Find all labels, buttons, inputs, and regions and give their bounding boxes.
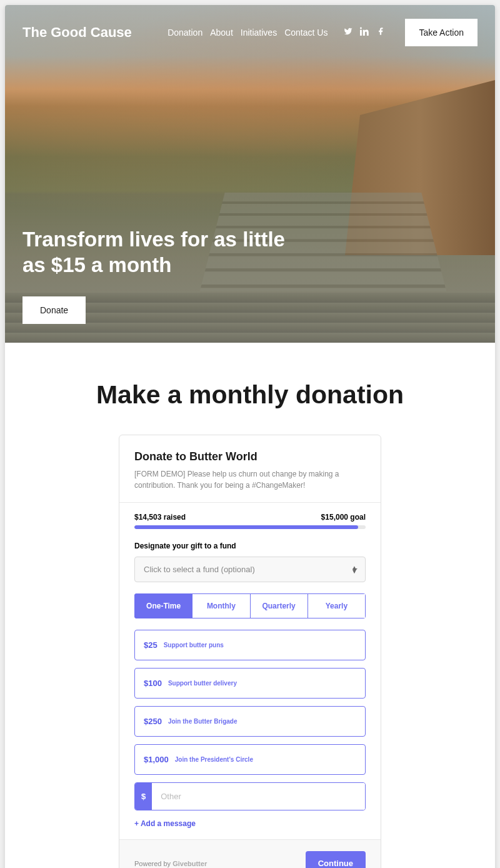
donation-card: Donate to Butter World [FORM DEMO] Pleas… xyxy=(119,435,381,868)
hero-section: The Good Cause Donation About Initiative… xyxy=(5,5,495,343)
powered-prefix: Powered by xyxy=(134,860,172,867)
page: The Good Cause Donation About Initiative… xyxy=(5,5,495,868)
amount-value: $100 xyxy=(144,679,162,688)
amount-value: $250 xyxy=(144,717,162,726)
freq-tab-quarterly[interactable]: Quarterly xyxy=(251,593,308,618)
amount-option-1000[interactable]: $1,000 Join the President's Circle xyxy=(134,744,366,775)
nav-links: Donation About Initiatives Contact Us Ta… xyxy=(168,19,478,46)
powered-by: Powered by Givebutter xyxy=(134,860,207,867)
powered-brand: Givebutter xyxy=(172,860,207,867)
freq-tab-yearly[interactable]: Yearly xyxy=(308,593,366,618)
amount-value: $1,000 xyxy=(144,755,169,764)
hero-content: Transform lives for as little as $15 a m… xyxy=(22,226,285,325)
facebook-icon[interactable] xyxy=(376,27,385,38)
fund-section: Designate your gift to a fund Click to s… xyxy=(119,529,381,582)
section-title: Make a monthly donation xyxy=(18,380,482,410)
linkedin-icon[interactable] xyxy=(360,27,369,38)
freq-tab-monthly[interactable]: Monthly xyxy=(192,593,250,618)
card-title: Donate to Butter World xyxy=(134,450,366,463)
navbar: The Good Cause Donation About Initiative… xyxy=(5,5,495,60)
amount-option-other[interactable]: $ xyxy=(134,782,366,810)
card-footer: Powered by Givebutter Continue xyxy=(119,839,381,868)
amount-label: Support butter delivery xyxy=(168,680,237,687)
amount-label: Join the Butter Brigade xyxy=(168,718,238,725)
social-icons xyxy=(344,27,385,38)
amount-option-250[interactable]: $250 Join the Butter Brigade xyxy=(134,706,366,737)
card-header: Donate to Butter World [FORM DEMO] Pleas… xyxy=(119,435,381,502)
nav-link-initiatives[interactable]: Initiatives xyxy=(241,28,277,38)
progress-labels: $14,503 raised $15,000 goal xyxy=(134,513,366,522)
nav-link-contact[interactable]: Contact Us xyxy=(284,28,328,38)
goal-amount: $15,000 goal xyxy=(321,513,366,522)
frequency-tabs: One-Time Monthly Quarterly Yearly xyxy=(134,593,366,618)
other-amount-input[interactable] xyxy=(152,783,365,810)
add-message-link[interactable]: + Add a message xyxy=(134,819,366,839)
amount-option-100[interactable]: $100 Support butter delivery xyxy=(134,668,366,699)
nav-link-donation[interactable]: Donation xyxy=(168,28,202,38)
amount-value: $25 xyxy=(144,640,158,650)
amount-options: $25 Support butter puns $100 Support but… xyxy=(119,618,381,839)
dollar-sign-icon: $ xyxy=(135,783,152,810)
hero-title: Transform lives for as little as $15 a m… xyxy=(22,226,285,278)
fund-select-placeholder: Click to select a fund (optional) xyxy=(144,565,255,574)
progress-section: $14,503 raised $15,000 goal xyxy=(119,502,381,529)
donation-section: Make a monthly donation Donate to Butter… xyxy=(5,343,495,868)
amount-option-25[interactable]: $25 Support butter puns xyxy=(134,630,366,660)
fund-label: Designate your gift to a fund xyxy=(134,542,366,550)
twitter-icon[interactable] xyxy=(344,27,352,38)
fund-select[interactable]: Click to select a fund (optional) ▲▼ xyxy=(134,557,366,582)
donate-button[interactable]: Donate xyxy=(22,296,86,324)
nav-link-about[interactable]: About xyxy=(210,28,233,38)
freq-tab-onetime[interactable]: One-Time xyxy=(134,593,192,618)
amount-label: Join the President's Circle xyxy=(175,756,253,763)
continue-button[interactable]: Continue xyxy=(306,851,366,868)
take-action-button[interactable]: Take Action xyxy=(405,19,478,46)
site-logo[interactable]: The Good Cause xyxy=(22,24,168,41)
raised-amount: $14,503 raised xyxy=(134,513,186,522)
amount-label: Support butter puns xyxy=(164,642,224,648)
card-description: [FORM DEMO] Please help us churn out cha… xyxy=(134,468,366,491)
select-arrows-icon: ▲▼ xyxy=(351,566,358,573)
